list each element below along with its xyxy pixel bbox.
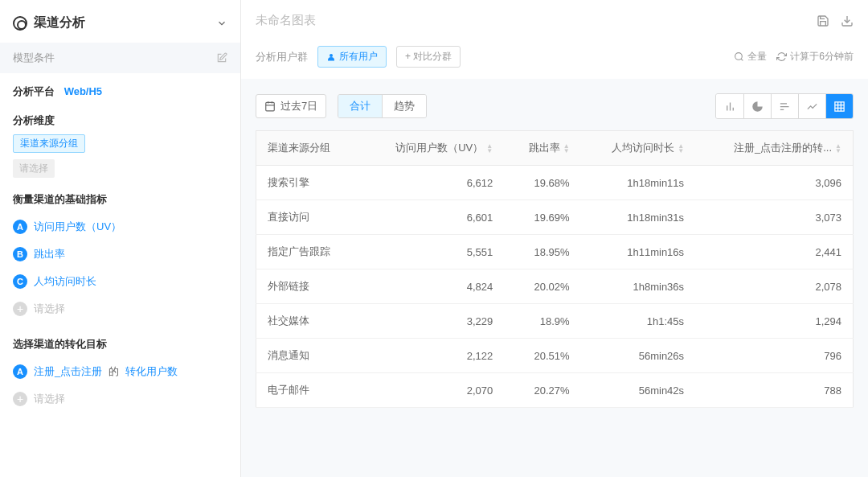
col-duration[interactable]: 人均访问时长▲▼: [581, 131, 696, 166]
conversion-item[interactable]: A 注册_点击注册 的 转化用户数: [13, 358, 227, 385]
col-bounce[interactable]: 跳出率▲▼: [504, 131, 580, 166]
metric-label-b: 跳出率: [34, 247, 65, 261]
all-users-chip[interactable]: 所有用户: [317, 46, 387, 68]
metric-label-c: 人均访问时长: [34, 274, 96, 289]
col-conv[interactable]: 注册_点击注册的转...▲▼: [695, 131, 853, 166]
conversion-metric: 转化用户数: [125, 364, 178, 379]
svg-rect-14: [835, 101, 844, 110]
table-row[interactable]: 直接访问6,60119.69%1h18min31s3,073: [256, 200, 854, 235]
sort-icon: ▲▼: [835, 144, 841, 154]
calendar-icon: [264, 101, 276, 112]
sidebar-title-text: 渠道分析: [34, 14, 85, 31]
table-row[interactable]: 搜索引擎6,61219.68%1h18min11s3,096: [256, 166, 854, 200]
metric-badge-b: B: [13, 247, 27, 261]
conversion-of: 的: [108, 364, 119, 379]
horizontal-bar-icon[interactable]: [771, 94, 798, 118]
metric-badge-a: A: [13, 220, 27, 234]
metric-item-b[interactable]: B 跳出率: [13, 241, 227, 268]
col-name[interactable]: 渠道来源分组: [256, 131, 360, 166]
sidebar-title: 渠道分析: [13, 14, 85, 31]
metrics-label: 衡量渠道的基础指标: [13, 192, 227, 207]
tab-total[interactable]: 合计: [338, 95, 382, 117]
main: 未命名图表 分析用户群 所有用户 + 对比分群 全量 计算于6分钟前: [241, 0, 868, 477]
table-row[interactable]: 社交媒体3,22918.9%1h1:45s1,294: [256, 304, 854, 339]
sort-icon: ▲▼: [563, 144, 570, 154]
table-row[interactable]: 外部链接4,82420.02%1h8min36s2,078: [256, 269, 854, 304]
download-icon[interactable]: [841, 14, 854, 27]
data-table: 渠道来源分组 访问用户数（UV）▲▼ 跳出率▲▼ 人均访问时长▲▼ 注册_点击注…: [256, 130, 854, 408]
calc-status[interactable]: 计算于6分钟前: [776, 50, 854, 64]
channel-icon: [13, 16, 27, 31]
dimension-label: 分析维度: [13, 113, 227, 128]
user-icon: [326, 52, 336, 62]
metric-add[interactable]: + 请选择: [13, 295, 227, 323]
metric-add-label: 请选择: [34, 302, 65, 316]
model-label: 模型条件: [13, 51, 55, 65]
all-users-label: 所有用户: [339, 50, 378, 64]
col-uv[interactable]: 访问用户数（UV）▲▼: [359, 131, 504, 166]
conversion-tag: 注册_点击注册: [34, 364, 102, 379]
save-icon[interactable]: [817, 14, 829, 27]
conversion-label: 选择渠道的转化目标: [13, 337, 227, 352]
metric-item-c[interactable]: C 人均访问时长: [13, 268, 227, 295]
sidebar: 渠道分析 模型条件 分析平台 Web/H5 分析维度 渠道来源分组 请选择 衡量…: [0, 0, 241, 477]
date-label: 过去7日: [280, 99, 317, 113]
tab-trend[interactable]: 趋势: [382, 95, 426, 117]
chart-title[interactable]: 未命名图表: [256, 13, 316, 28]
svg-point-1: [330, 54, 333, 57]
plus-icon: +: [13, 302, 27, 316]
model-conditions[interactable]: 模型条件: [0, 43, 240, 73]
table-row[interactable]: 电子邮件2,07020.27%56min42s788: [256, 373, 854, 408]
platform-label: 分析平台: [13, 85, 55, 97]
svg-point-2: [735, 53, 743, 60]
conversion-add-label: 请选择: [34, 392, 65, 406]
conversion-add[interactable]: + 请选择: [13, 385, 227, 413]
filter-group-label: 分析用户群: [256, 50, 308, 64]
dimension-placeholder[interactable]: 请选择: [13, 159, 55, 178]
table-row[interactable]: 指定广告跟踪5,55118.95%1h11min16s2,441: [256, 235, 854, 269]
edit-icon[interactable]: [216, 52, 227, 64]
table-row[interactable]: 消息通知2,12220.51%56min26s796: [256, 339, 854, 373]
bar-chart-icon[interactable]: [716, 94, 743, 118]
refresh-icon: [776, 51, 787, 62]
search-icon: [734, 51, 744, 62]
dimension-tag[interactable]: 渠道来源分组: [13, 134, 85, 153]
full-status[interactable]: 全量: [734, 50, 767, 64]
date-select[interactable]: 过去7日: [256, 94, 326, 118]
svg-line-3: [741, 59, 743, 60]
sort-icon: ▲▼: [486, 144, 493, 154]
table-icon[interactable]: [825, 94, 853, 118]
platform-value[interactable]: Web/H5: [64, 85, 102, 97]
line-chart-icon[interactable]: [798, 94, 825, 118]
pie-chart-icon[interactable]: [743, 94, 771, 118]
metric-label-a: 访问用户数（UV）: [34, 220, 121, 234]
svg-rect-4: [266, 102, 275, 110]
full-label: 全量: [747, 50, 767, 64]
conversion-badge: A: [13, 364, 27, 379]
chevron-down-icon[interactable]: [216, 18, 227, 29]
plus-icon: +: [13, 392, 27, 406]
calc-label: 计算于6分钟前: [790, 50, 854, 64]
metric-item-a[interactable]: A 访问用户数（UV）: [13, 213, 227, 241]
metric-badge-c: C: [13, 274, 27, 289]
sort-icon: ▲▼: [678, 144, 684, 154]
compare-chip[interactable]: + 对比分群: [396, 46, 461, 68]
